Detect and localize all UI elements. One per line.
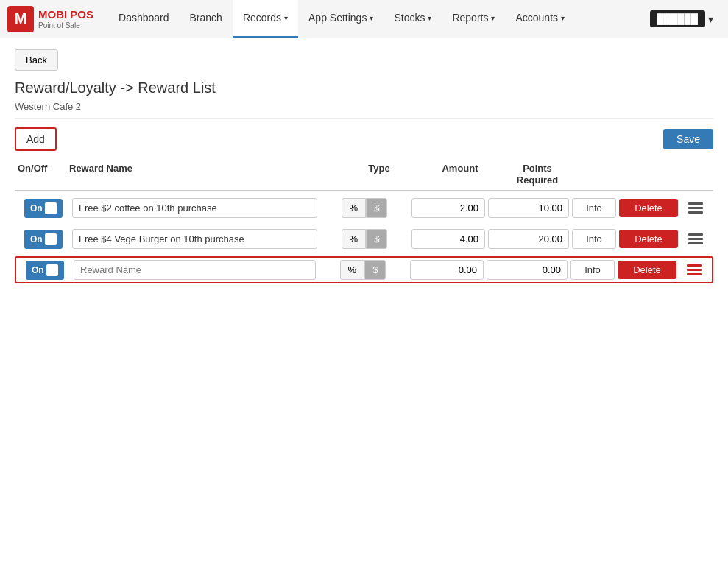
nav-links: Dashboard Branch Records ▾ App Settings …: [108, 0, 643, 38]
th-type: Type: [335, 163, 423, 186]
row3-toggle[interactable]: On: [26, 261, 64, 280]
row1-delete-button[interactable]: Delete: [619, 199, 678, 217]
th-points-required: Points Required: [497, 163, 578, 186]
nav-records[interactable]: Records ▾: [233, 0, 298, 38]
row3-type-group: % $: [340, 260, 386, 280]
row2-drag-handle[interactable]: [685, 230, 706, 247]
logo-icon: M: [7, 6, 34, 32]
row2-toggle-indicator: [45, 233, 57, 245]
row3-drag-handle[interactable]: [684, 261, 704, 278]
drag-line-2: [688, 238, 703, 240]
row1-type-group: % $: [342, 198, 388, 218]
table-row: On % $ Info Delete: [15, 225, 713, 253]
row3-type-cell: % $: [319, 260, 407, 280]
row3-info-button[interactable]: Info: [570, 260, 615, 280]
appsettings-caret: ▾: [370, 14, 373, 22]
row3-delete-cell: Delete: [618, 261, 676, 279]
th-amount: Amount: [423, 163, 497, 186]
table-row: On % $ Info Delete: [15, 256, 713, 283]
branch-name: Western Cafe 2: [15, 101, 713, 119]
accounts-caret: ▾: [561, 14, 565, 22]
drag-line-2: [688, 207, 703, 209]
app-name: MOBI POS: [38, 8, 93, 21]
row1-dollar-btn[interactable]: $: [366, 198, 387, 218]
row2-toggle-cell: On: [18, 230, 69, 249]
drag-line-3: [688, 242, 703, 244]
page-title: Reward/Loyalty -> Reward List: [15, 80, 713, 96]
row2-type-group: % $: [342, 229, 388, 249]
row2-name-input[interactable]: [72, 229, 317, 249]
row2-info-cell: Info: [572, 229, 616, 249]
row1-amount-cell: [411, 198, 485, 218]
row3-dollar-btn[interactable]: $: [364, 260, 386, 280]
row3-amount-input[interactable]: [410, 260, 484, 280]
th-drag: [681, 163, 710, 186]
back-button[interactable]: Back: [15, 49, 58, 71]
row1-delete-cell: Delete: [619, 199, 678, 217]
row3-points-input[interactable]: [487, 260, 568, 280]
row1-points-input[interactable]: [488, 198, 569, 218]
row2-type-cell: % $: [320, 229, 409, 249]
main-content: Back Reward/Loyalty -> Reward List Weste…: [0, 38, 728, 298]
reports-caret: ▾: [491, 14, 495, 22]
drag-line-1: [688, 202, 703, 205]
row1-drag-cell: [681, 200, 710, 216]
row1-on-label: On: [30, 203, 43, 214]
add-button[interactable]: Add: [15, 127, 57, 151]
nav-accounts[interactable]: Accounts ▾: [505, 0, 575, 38]
navbar: M MOBI POS Point of Sale Dashboard Branc…: [0, 0, 728, 38]
row2-info-button[interactable]: Info: [572, 229, 616, 249]
nav-reports[interactable]: Reports ▾: [442, 0, 505, 38]
row2-drag-cell: [681, 230, 710, 247]
nav-dashboard[interactable]: Dashboard: [108, 0, 180, 38]
row3-delete-button[interactable]: Delete: [618, 261, 676, 279]
row2-amount-input[interactable]: [411, 229, 485, 249]
app-sub: Point of Sale: [38, 21, 93, 30]
records-caret: ▾: [284, 14, 288, 22]
row3-on-label: On: [32, 265, 44, 275]
user-label[interactable]: ██████: [650, 10, 705, 27]
row2-on-label: On: [30, 234, 43, 244]
row1-info-cell: Info: [572, 198, 616, 218]
row2-points-cell: [488, 229, 569, 249]
table-row: On % $ Info Delete: [15, 194, 713, 222]
row1-info-button[interactable]: Info: [572, 198, 616, 218]
stocks-caret: ▾: [428, 14, 431, 22]
drag-line-1: [687, 264, 702, 267]
row2-delete-cell: Delete: [619, 230, 678, 248]
row3-info-cell: Info: [570, 260, 615, 280]
nav-app-settings[interactable]: App Settings ▾: [298, 0, 384, 38]
row1-drag-handle[interactable]: [685, 200, 706, 216]
row1-type-cell: % $: [320, 198, 409, 218]
row2-dollar-btn[interactable]: $: [366, 229, 387, 249]
logo-text: MOBI POS Point of Sale: [38, 8, 93, 30]
row3-name-input[interactable]: [74, 260, 316, 280]
table-header: On/Off Reward Name Type Amount Points Re…: [15, 158, 713, 191]
nav-user[interactable]: ██████ ▾: [643, 10, 721, 27]
nav-branch[interactable]: Branch: [180, 0, 233, 38]
nav-stocks[interactable]: Stocks ▾: [384, 0, 442, 38]
save-button[interactable]: Save: [663, 129, 713, 149]
th-info: [578, 163, 622, 186]
user-caret: ▾: [708, 13, 713, 25]
th-reward-name: Reward Name: [69, 163, 335, 186]
row1-percent-btn[interactable]: %: [342, 198, 367, 218]
logo: M MOBI POS Point of Sale: [7, 6, 93, 32]
row1-toggle-indicator: [45, 202, 57, 214]
row1-toggle[interactable]: On: [24, 199, 63, 218]
row1-amount-input[interactable]: [411, 198, 485, 218]
row3-percent-btn[interactable]: %: [340, 260, 365, 280]
row1-toggle-cell: On: [18, 199, 69, 218]
row2-toggle[interactable]: On: [24, 230, 63, 249]
row2-percent-btn[interactable]: %: [342, 229, 367, 249]
row2-points-input[interactable]: [488, 229, 569, 249]
row3-name-cell: [74, 260, 316, 280]
row3-toggle-indicator: [46, 264, 58, 276]
drag-line-1: [688, 233, 703, 236]
row1-name-input[interactable]: [72, 198, 317, 218]
row3-amount-cell: [410, 260, 484, 280]
row1-name-cell: [72, 198, 317, 218]
drag-line-3: [688, 211, 703, 214]
row1-points-cell: [488, 198, 569, 218]
row2-delete-button[interactable]: Delete: [619, 230, 678, 248]
